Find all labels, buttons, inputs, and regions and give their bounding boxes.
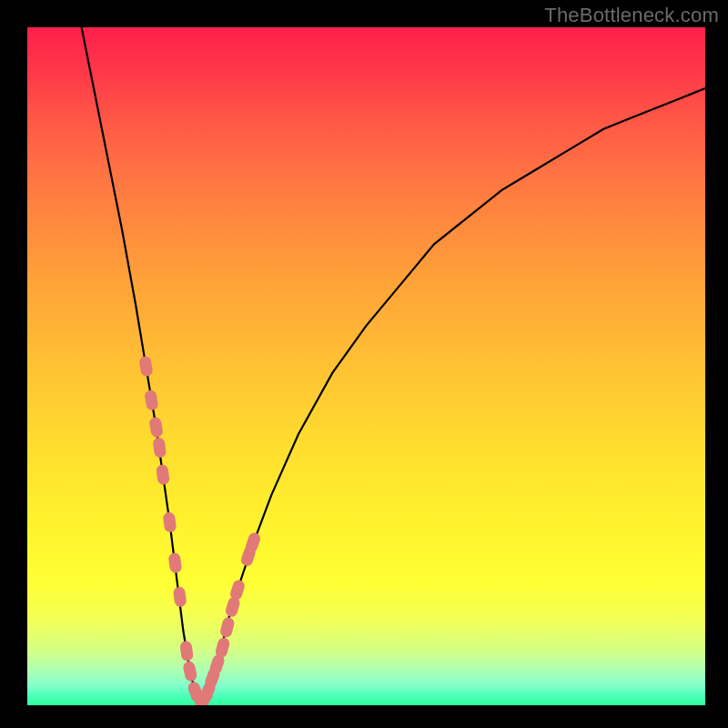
chart-svg [27,27,705,705]
marker-point [179,641,194,662]
chart-area [27,27,705,705]
marker-point [148,417,164,439]
marker-point [152,437,167,459]
marker-point [182,661,197,682]
marker-point [162,511,177,533]
marker-point [138,356,153,378]
marker-point [167,552,182,574]
watermark-text: TheBottleneck.com [544,4,719,27]
marker-point [156,464,170,486]
outer-frame: TheBottleneck.com [0,0,728,728]
marker-group [138,356,262,705]
marker-point [173,586,187,608]
marker-point [144,389,158,411]
marker-point [219,616,236,638]
